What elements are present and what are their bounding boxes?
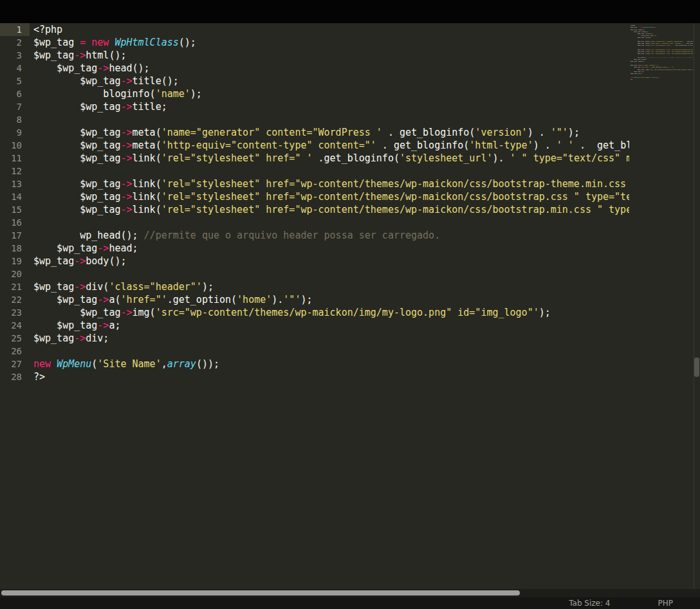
line-number[interactable]: 13 bbox=[0, 177, 30, 190]
code-line[interactable]: $wp_tag->link('rel="stylesheet" href="wp… bbox=[33, 190, 629, 203]
status-syntax-php[interactable]: PHP bbox=[658, 599, 674, 608]
line-number[interactable]: 7 bbox=[0, 100, 30, 113]
line-number[interactable]: 17 bbox=[0, 229, 30, 242]
code-line[interactable]: $wp_tag->a('href="'.get_option('home').'… bbox=[33, 293, 629, 306]
code-token: .get_bloginfo( bbox=[313, 152, 400, 164]
code-token: -> bbox=[120, 75, 132, 87]
vertical-scrollbar-thumb[interactable] bbox=[694, 358, 699, 377]
code-line[interactable]: new WpMenu('Site Name',array()); bbox=[33, 358, 629, 370]
line-number[interactable]: 20 bbox=[0, 268, 30, 280]
code-line[interactable]: ?> bbox=[33, 370, 629, 383]
line-number[interactable]: 12 bbox=[0, 165, 30, 177]
code-token: .get_option( bbox=[167, 294, 237, 305]
code-token: 'version' bbox=[475, 127, 527, 138]
code-lines[interactable]: <?php$wp_tag = new WpHtmlClass();$wp_tag… bbox=[30, 23, 629, 589]
code-token: $wp_tag bbox=[33, 127, 120, 138]
line-number[interactable]: 24 bbox=[0, 319, 30, 332]
code-line[interactable]: $wp_tag->head; bbox=[33, 242, 629, 255]
line-number[interactable]: 5 bbox=[0, 75, 30, 87]
code-token: //permite que o arquivo header possa ser… bbox=[144, 230, 441, 241]
code-line[interactable]: $wp_tag->link('rel="stylesheet" href="wp… bbox=[33, 203, 629, 216]
line-number[interactable]: 18 bbox=[0, 242, 30, 255]
line-number[interactable]: 9 bbox=[0, 126, 30, 139]
code-line[interactable]: $wp_tag->div('class="header"'); bbox=[33, 280, 629, 293]
code-line[interactable]: $wp_tag->head(); bbox=[33, 62, 629, 75]
code-line[interactable]: bloginfo('name'); bbox=[33, 87, 629, 100]
code-token: 'html-type' bbox=[469, 140, 533, 151]
code-token: //permite que o arquivo header possa ser… bbox=[648, 57, 693, 59]
code-line[interactable]: $wp_tag->link('rel="stylesheet" href="wp… bbox=[631, 52, 693, 54]
code-line[interactable]: ?> bbox=[631, 78, 693, 80]
code-token: link( bbox=[133, 152, 161, 164]
code-token: $wp_tag bbox=[33, 281, 74, 293]
line-number[interactable]: 26 bbox=[0, 345, 30, 358]
code-token: link( bbox=[646, 44, 650, 46]
line-number[interactable]: 16 bbox=[0, 216, 30, 229]
horizontal-scrollbar-track[interactable] bbox=[0, 589, 700, 597]
code-line[interactable]: $wp_tag->a; bbox=[33, 319, 629, 332]
code-line[interactable]: $wp_tag->link('rel="stylesheet" href=" '… bbox=[33, 152, 629, 165]
line-number[interactable]: 15 bbox=[0, 203, 30, 216]
code-line[interactable]: $wp_tag->link('rel="stylesheet" href=" '… bbox=[631, 44, 693, 46]
code-line[interactable]: $wp_tag->title(); bbox=[33, 75, 629, 87]
code-token: ). bbox=[492, 152, 510, 164]
code-line[interactable] bbox=[33, 216, 629, 229]
code-line[interactable]: <?php bbox=[33, 23, 629, 36]
horizontal-scrollbar-thumb[interactable] bbox=[1, 590, 520, 595]
code-line[interactable]: wp_head(); //permite que o arquivo heade… bbox=[33, 229, 629, 242]
code-token: 'Site Name' bbox=[97, 358, 161, 370]
code-line[interactable]: $wp_tag = new WpHtmlClass(); bbox=[33, 36, 629, 49]
vertical-scrollbar-track[interactable] bbox=[694, 23, 700, 589]
code-token: link( bbox=[133, 178, 161, 190]
code-line[interactable]: $wp_tag->body(); bbox=[33, 255, 629, 268]
line-number[interactable]: 1 bbox=[0, 23, 30, 36]
code-token: = bbox=[80, 37, 86, 48]
line-number[interactable]: 22 bbox=[0, 293, 30, 306]
line-number[interactable]: 14 bbox=[0, 190, 30, 203]
line-number[interactable]: 8 bbox=[0, 113, 30, 126]
line-number[interactable]: 11 bbox=[0, 152, 30, 165]
code-line[interactable]: $wp_tag->meta('http-equiv="content-type"… bbox=[33, 139, 629, 152]
code-line[interactable]: $wp_tag->title; bbox=[33, 100, 629, 113]
code-token: title; bbox=[133, 101, 167, 113]
code-token: ); bbox=[202, 281, 214, 293]
code-token: $wp_tag bbox=[33, 152, 120, 164]
line-number[interactable]: 28 bbox=[0, 370, 30, 383]
code-line[interactable]: $wp_tag->html(); bbox=[33, 49, 629, 62]
code-token: 'stylesheet_url' bbox=[687, 44, 693, 46]
code-token: -> bbox=[74, 281, 86, 293]
code-line[interactable] bbox=[33, 165, 629, 177]
code-line[interactable] bbox=[33, 345, 629, 358]
line-number[interactable]: 27 bbox=[0, 358, 30, 370]
line-number[interactable]: 2 bbox=[0, 36, 30, 49]
code-token: $wp_tag bbox=[33, 307, 120, 318]
code-token: $wp_tag bbox=[33, 50, 74, 61]
line-number[interactable]: 25 bbox=[0, 332, 30, 345]
code-line[interactable]: $wp_tag->img('src="wp-content/themes/wp-… bbox=[33, 306, 629, 319]
minimap-content: <?php$wp_tag = new WpHtmlClass();$wp_tag… bbox=[631, 24, 693, 80]
code-line[interactable]: $wp_tag->div; bbox=[33, 332, 629, 345]
status-tab-size[interactable]: Tab Size: 4 bbox=[569, 599, 610, 608]
line-number[interactable]: 23 bbox=[0, 306, 30, 319]
line-number[interactable]: 21 bbox=[0, 280, 30, 293]
line-number[interactable]: 6 bbox=[0, 87, 30, 100]
code-token: new bbox=[33, 358, 51, 370]
code-token: new bbox=[91, 37, 109, 48]
code-token: -> bbox=[120, 101, 132, 113]
line-number[interactable]: 3 bbox=[0, 49, 30, 62]
line-number[interactable]: 10 bbox=[0, 139, 30, 152]
line-number[interactable]: 4 bbox=[0, 62, 30, 75]
code-line[interactable] bbox=[33, 268, 629, 280]
code-line[interactable]: $wp_tag->link('rel="stylesheet" href="wp… bbox=[33, 177, 629, 190]
minimap[interactable]: <?php$wp_tag = new WpHtmlClass();$wp_tag… bbox=[631, 24, 693, 108]
code-token: img( bbox=[133, 307, 156, 318]
editor-window: 1234567891011121314151617181920212223242… bbox=[0, 0, 700, 609]
code-line[interactable] bbox=[33, 113, 629, 126]
code-token: div; bbox=[86, 332, 109, 344]
code-token: -> bbox=[120, 178, 132, 190]
line-number[interactable]: 19 bbox=[0, 255, 30, 268]
code-token: $wp_tag bbox=[33, 62, 97, 74]
code-token: (); bbox=[653, 26, 656, 28]
code-line[interactable]: $wp_tag->meta('name="generator" content=… bbox=[33, 126, 629, 139]
code-token: -> bbox=[97, 320, 109, 331]
